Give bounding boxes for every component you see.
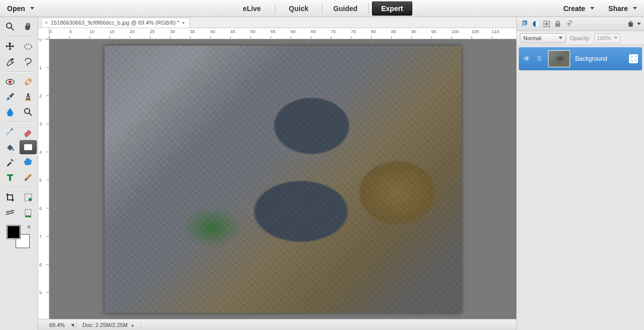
ruler-horizontal[interactable]: 0510152025303540455055606570758085909510… (49, 28, 516, 39)
ruler-tick: 2 (39, 93, 42, 98)
share-label: Share (608, 5, 628, 13)
ruler-tick: 20 (130, 29, 135, 34)
document-tabbar: × 15186630663_9cf8f66dcc_b.jpg @ 69.4% (… (38, 17, 516, 28)
trash-icon[interactable] (626, 20, 635, 29)
ruler-tick: 4 (39, 150, 42, 155)
ruler-tick: 100 (451, 29, 459, 34)
crop-tool[interactable] (2, 190, 19, 204)
fill-tool[interactable] (2, 140, 19, 154)
move-tool[interactable] (2, 40, 19, 54)
link-icon[interactable]: ⇅ (536, 55, 543, 62)
ruler-tick: 65 (311, 29, 316, 34)
blur-tool[interactable] (2, 105, 19, 119)
create-label: Create (563, 5, 585, 13)
layer-mask-icon[interactable] (542, 20, 551, 29)
ruler-tick: 3 (39, 122, 42, 127)
redeye-tool[interactable] (2, 75, 19, 89)
status-bar: 69.4% Doc: 2.25M/2.25M (38, 319, 516, 330)
color-swatches[interactable]: ⤭ (5, 223, 34, 248)
panel-menu-icon[interactable] (637, 23, 641, 25)
quickselect-tool[interactable] (2, 55, 19, 69)
healing-tool[interactable] (20, 75, 37, 89)
ruler-tick: 6 (39, 206, 42, 211)
mode-quick[interactable]: Quick (279, 2, 319, 16)
chevron-down-icon (590, 7, 594, 10)
mode-elive[interactable]: eLive (232, 2, 272, 16)
ruler-tick: 35 (190, 29, 195, 34)
ruler-tick: 55 (270, 29, 275, 34)
chevron-down-icon[interactable]: ▾ (182, 21, 185, 25)
foreground-color-swatch[interactable] (7, 225, 21, 239)
ruler-tick: 5 (39, 178, 42, 183)
canvas-frame: 0510152025303540455055606570758085909510… (38, 28, 516, 330)
zoom-tool[interactable] (2, 20, 19, 34)
open-label: Open (7, 5, 25, 13)
toolbox: ⤭ (0, 17, 38, 330)
svg-rect-7 (26, 96, 30, 97)
image-canvas[interactable] (105, 46, 462, 313)
hand-tool[interactable] (20, 20, 37, 34)
document-tab[interactable]: × 15186630663_9cf8f66dcc_b.jpg @ 69.4% (… (41, 18, 190, 28)
type-tool[interactable] (2, 170, 19, 184)
svg-point-2 (12, 58, 14, 60)
zoom-display[interactable]: 69.4% (38, 321, 76, 329)
ruler-tick: 30 (170, 29, 175, 34)
svg-point-0 (7, 23, 12, 28)
ruler-tick: 45 (230, 29, 235, 34)
layer-list[interactable]: 👁⇅Background⛶ (517, 45, 644, 330)
ruler-tick: 10 (89, 29, 95, 34)
cookie-tool[interactable] (20, 205, 37, 219)
chevron-down-icon (614, 37, 618, 39)
ruler-tick: 110 (492, 29, 499, 34)
ruler-tick: 8 (39, 262, 42, 267)
mode-guided[interactable]: Guided (325, 2, 365, 16)
brush-tool[interactable] (2, 125, 19, 139)
ruler-tick: 50 (250, 29, 255, 34)
shape-tool[interactable] (20, 155, 37, 169)
blend-mode-select[interactable]: Normal (520, 33, 566, 43)
canvas-viewport[interactable] (49, 39, 516, 319)
opacity-input[interactable]: 100% (594, 33, 620, 43)
lock-icon[interactable]: ⛶ (629, 54, 638, 63)
ruler-origin[interactable] (38, 28, 49, 39)
svg-point-1 (25, 44, 32, 49)
workspace: ⤭ × 15186630663_9cf8f66dcc_b.jpg @ 69.4%… (0, 17, 644, 330)
eraser-tool[interactable] (20, 125, 37, 139)
smartbrush-tool[interactable] (2, 90, 19, 104)
layers-panel: Normal Opacity: 100% 👁⇅Background⛶ (516, 17, 644, 330)
ruler-vertical[interactable]: 0123456789 (38, 39, 49, 319)
lock-layer-icon[interactable] (553, 20, 562, 29)
gradient-tool[interactable] (20, 140, 37, 154)
mode-expert[interactable]: Expert (372, 2, 412, 16)
layer-row[interactable]: 👁⇅Background⛶ (519, 47, 642, 70)
svg-rect-15 (25, 209, 31, 215)
layer-thumbnail[interactable] (548, 50, 570, 67)
lasso-tool[interactable] (20, 55, 37, 69)
clone-tool[interactable] (20, 90, 37, 104)
new-layer-icon[interactable] (520, 20, 529, 29)
svg-point-14 (29, 198, 32, 201)
marquee-tool[interactable] (20, 40, 37, 54)
link-layers-icon[interactable] (564, 20, 573, 29)
doc-info[interactable]: Doc: 2.25M/2.25M (76, 322, 141, 328)
ruler-tick: 90 (411, 29, 416, 34)
recompose-tool[interactable] (20, 190, 37, 204)
adjustment-layer-icon[interactable] (531, 20, 540, 29)
eyedropper-tool[interactable] (2, 155, 19, 169)
ruler-tick: 5 (69, 29, 72, 34)
blend-opacity-row: Normal Opacity: 100% (517, 31, 644, 45)
open-menu-button[interactable]: Open (0, 0, 41, 17)
ruler-tick: 80 (371, 29, 376, 34)
swap-colors-icon[interactable]: ⤭ (27, 224, 31, 230)
layer-name: Background (575, 55, 624, 62)
layers-panel-header (517, 17, 644, 31)
visibility-icon[interactable]: 👁 (523, 55, 531, 63)
pencil-tool[interactable] (20, 170, 37, 184)
straighten-tool[interactable] (2, 205, 19, 219)
share-menu-button[interactable]: Share (601, 0, 644, 17)
top-menubar: Open eLive Quick Guided Expert Create Sh… (0, 0, 644, 17)
ruler-tick: 9 (39, 290, 42, 295)
close-icon[interactable]: × (45, 20, 48, 26)
sponge-tool[interactable] (20, 105, 37, 119)
create-menu-button[interactable]: Create (556, 0, 601, 17)
